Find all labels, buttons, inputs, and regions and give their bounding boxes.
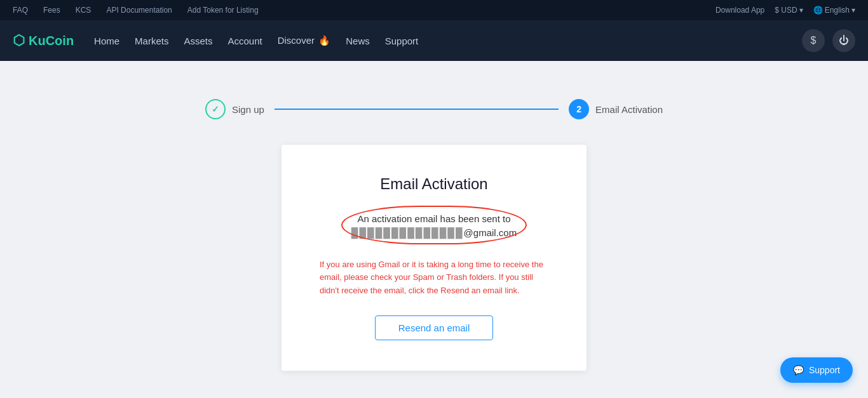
steps-bar: ✓ Sign up 2 Email Activation [205,99,663,119]
nav-home[interactable]: Home [94,36,119,46]
kcs-link[interactable]: KCS [76,6,92,15]
redacted-email: ██████████████ [351,227,464,238]
add-token-link[interactable]: Add Token for Listing [187,6,259,15]
language-selector[interactable]: 🌐 English ▾ [813,6,855,15]
power-icon-button[interactable]: ⏻ [832,29,855,52]
chevron-down-icon: ▾ [851,6,855,15]
support-chat-button[interactable]: 💬 Support [780,357,853,383]
email-sent-section: An activation email has been sent to ███… [351,211,517,238]
faq-link[interactable]: FAQ [13,6,28,15]
top-bar-right: Download App $ USD ▾ 🌐 English ▾ [715,6,855,15]
user-icon: $ [811,35,817,46]
flame-icon: 🔥 [318,35,330,46]
nav-news[interactable]: News [346,36,370,46]
step-1-circle: ✓ [205,99,226,119]
step-1-label: Sign up [232,104,264,115]
globe-icon: 🌐 [813,6,823,15]
nav-right: $ ⏻ [802,29,855,52]
nav-account[interactable]: Account [227,36,262,46]
oval-annotation [341,206,527,244]
language-label: English [825,6,850,15]
email-domain: @gmail.com [464,227,517,238]
top-bar: FAQ Fees KCS API Documentation Add Token… [0,0,868,20]
currency-label: $ USD [775,6,797,15]
logo[interactable]: ⬡ KuCoin [13,32,74,49]
download-app-link[interactable]: Download App [715,6,764,15]
nav-markets[interactable]: Markets [135,36,168,46]
api-doc-link[interactable]: API Documentation [106,6,172,15]
email-sent-text: An activation email has been sent to [358,213,511,224]
step-2: 2 Email Activation [569,99,663,119]
kucoin-logo-icon: ⬡ [13,32,25,49]
user-icon-button[interactable]: $ [802,29,825,52]
warning-text: If you are using Gmail or it is taking a… [320,258,548,298]
checkmark-icon: ✓ [212,104,219,114]
step-1: ✓ Sign up [205,99,264,119]
step-2-circle: 2 [569,99,589,119]
resend-email-button[interactable]: Resend an email [375,315,494,340]
step-2-label: Email Activation [595,104,663,115]
step-line [275,109,559,110]
page-content: ✓ Sign up 2 Email Activation Email Activ… [0,61,868,396]
support-label: Support [809,365,840,375]
top-bar-links: FAQ Fees KCS API Documentation Add Token… [13,6,259,15]
chevron-down-icon: ▾ [799,6,803,15]
logo-text: KuCoin [29,34,74,48]
nav-links: Home Markets Assets Account Discover 🔥 N… [94,35,418,46]
main-nav: ⬡ KuCoin Home Markets Assets Account Dis… [0,20,868,61]
power-icon: ⏻ [839,35,849,46]
email-activation-card: Email Activation An activation email has… [281,145,587,371]
nav-support[interactable]: Support [385,36,419,46]
chat-icon: 💬 [793,365,804,375]
nav-discover[interactable]: Discover 🔥 [278,35,331,46]
nav-assets[interactable]: Assets [184,36,212,46]
card-title: Email Activation [380,175,487,193]
currency-selector[interactable]: $ USD ▾ [775,6,803,15]
fees-link[interactable]: Fees [43,6,60,15]
email-address: ██████████████@gmail.com [351,227,517,238]
nav-left: ⬡ KuCoin Home Markets Assets Account Dis… [13,32,418,49]
